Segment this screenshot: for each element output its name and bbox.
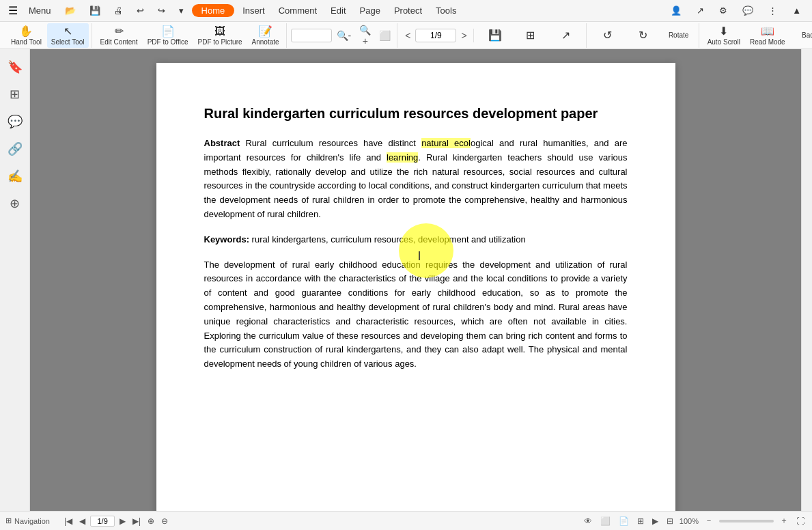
navigation-panel-icon: ⊞ [5, 516, 12, 525]
save-tool-btn[interactable]: 💾 [478, 23, 512, 48]
left-sidebar: 🔖 ⊞ 💬 🔗 ✍ ⊕ [0, 49, 30, 511]
zoom-input[interactable]: 100% [291, 29, 332, 42]
back-btn[interactable]: Bac [791, 23, 812, 48]
export-icon: ↗ [561, 29, 570, 42]
read-mode-btn[interactable]: 📖 Read Mode [746, 23, 789, 48]
keywords-paragraph: Keywords: rural kindergartens, curriculu… [204, 233, 628, 247]
status-bar: ⊞ Navigation |◀ ◀ ▶ ▶| ⊕ ⊖ 👁 ⬜ 📄 ⊞ ▶ ⊟ 1… [0, 511, 812, 530]
tab-protect[interactable]: Protect [389, 4, 428, 17]
pdf-to-picture-btn[interactable]: 🖼 PDF to Picture [194, 23, 247, 48]
tool-group-nav: < > [399, 29, 473, 42]
auto-scroll-btn[interactable]: ⬇ Auto Scroll [703, 23, 744, 48]
sidebar-comment-icon[interactable]: 💬 [3, 109, 27, 134]
navigation-label: Navigation [14, 517, 50, 525]
undo-btn[interactable]: ↩ [131, 4, 150, 17]
zoom-out-status-btn[interactable]: － [703, 514, 715, 527]
status-left: ⊞ Navigation [5, 516, 50, 525]
hand-tool-btn[interactable]: ✋ Hand Tool [7, 23, 46, 48]
zoom-slider[interactable] [719, 520, 774, 522]
save-icon: 💾 [488, 29, 502, 42]
rotate-right-icon: ↻ [639, 29, 647, 42]
save-btn[interactable]: 💾 [84, 4, 106, 17]
first-page-btn[interactable]: |◀ [62, 516, 74, 527]
fit-page-status-btn[interactable]: ⬜ [598, 516, 613, 527]
rotate-left-btn[interactable]: ↺ [591, 23, 625, 48]
next-page-status-btn[interactable]: ▶ [117, 516, 128, 527]
add-page-btn[interactable]: ⊕ [145, 516, 156, 527]
pdf-to-picture-icon: 🖼 [214, 25, 225, 38]
chat-icon[interactable]: 💬 [737, 4, 759, 17]
remove-page-btn[interactable]: ⊖ [159, 516, 170, 527]
right-scrollbar[interactable] [801, 49, 812, 511]
auto-scroll-icon: ⬇ [719, 25, 728, 38]
sidebar-layers-icon[interactable]: ⊕ [3, 191, 27, 216]
toolbar: ✋ Hand Tool ↖ Select Tool ✏ Edit Content… [0, 22, 812, 49]
menu-btn-menu[interactable]: Menu [23, 4, 57, 17]
fullscreen-btn[interactable]: ⛶ [794, 516, 807, 527]
menu-bar: ☰ Menu 📂 💾 🖨 ↩ ↪ ▾ Home Insert Comment E… [0, 0, 812, 22]
redo-btn[interactable]: ↪ [152, 4, 171, 17]
document-area: I Rural kindergarten curriculum resource… [30, 49, 801, 511]
zoom-out-btn[interactable]: 🔍- [333, 29, 355, 42]
doc-icon-btn[interactable]: 📄 [617, 516, 631, 527]
status-right: 👁 ⬜ 📄 ⊞ ▶ ⊟ 100% － ＋ ⛶ [582, 514, 807, 527]
pdf-to-office-icon: 📄 [161, 25, 175, 38]
settings-icon[interactable]: ⚙ [714, 4, 733, 17]
more-icon[interactable]: ⋮ [763, 4, 783, 17]
view-btn[interactable]: ⊞ [514, 23, 548, 48]
open-btn[interactable]: 📂 [59, 4, 81, 17]
page-input[interactable] [415, 29, 456, 42]
columns-icon-btn[interactable]: ⊞ [635, 516, 646, 527]
tab-edit[interactable]: Edit [325, 4, 351, 17]
history-btn[interactable]: ▾ [173, 4, 189, 17]
tab-comment[interactable]: Comment [273, 4, 322, 17]
tab-insert[interactable]: Insert [237, 4, 270, 17]
rotate-right-btn[interactable]: ↻ [626, 23, 660, 48]
prev-page-btn[interactable]: < [402, 29, 414, 42]
zoom-in-status-btn[interactable]: ＋ [778, 514, 790, 527]
pdf-page: I Rural kindergarten curriculum resource… [156, 63, 675, 511]
annotate-icon: 📝 [259, 25, 272, 38]
highlighted-text-2: learning [387, 152, 418, 163]
grid-icon-btn[interactable]: ⊟ [664, 516, 675, 527]
sidebar-attachment-icon[interactable]: 🔗 [3, 137, 27, 161]
export-btn[interactable]: ↗ [549, 23, 583, 48]
print-btn[interactable]: 🖨 [109, 4, 128, 17]
zoom-in-btn[interactable]: 🔍+ [356, 23, 374, 48]
rotate-left-icon: ↺ [603, 29, 612, 42]
keywords-label: Keywords: [204, 234, 249, 245]
sidebar-signature-icon[interactable]: ✍ [3, 164, 27, 189]
hamburger-icon[interactable]: ☰ [5, 3, 20, 18]
prev-page-status-btn[interactable]: ◀ [77, 516, 87, 527]
share-icon[interactable]: ↗ [691, 4, 710, 17]
play-icon-btn[interactable]: ▶ [650, 516, 660, 527]
status-center: |◀ ◀ ▶ ▶| ⊕ ⊖ [62, 516, 170, 527]
menu-bar-right: 👤 ↗ ⚙ 💬 ⋮ ▲ [665, 4, 807, 17]
sidebar-thumbnail-icon[interactable]: ⊞ [3, 82, 27, 107]
next-page-btn[interactable]: > [458, 29, 470, 42]
body-paragraph-1: The development of rural early childhood… [204, 258, 628, 372]
edit-content-btn[interactable]: ✏ Edit Content [96, 23, 142, 48]
last-page-btn[interactable]: ▶| [130, 516, 143, 527]
tab-page[interactable]: Page [354, 4, 386, 17]
rotate-btn[interactable]: Rotate [662, 23, 696, 48]
document-title: Rural kindergarten curriculum resources … [204, 104, 628, 123]
sidebar-bookmark-icon[interactable]: 🔖 [3, 55, 27, 79]
tab-home[interactable]: Home [192, 4, 235, 17]
collapse-icon[interactable]: ▲ [787, 4, 807, 17]
page-status-input[interactable] [90, 516, 115, 527]
highlighted-text-1: natural ecol [421, 138, 471, 148]
annotate-btn[interactable]: 📝 Annotate [248, 23, 283, 48]
edit-content-icon: ✏ [115, 25, 124, 38]
account-icon[interactable]: 👤 [665, 4, 687, 17]
pdf-to-office-btn[interactable]: 📄 PDF to Office [143, 23, 193, 48]
abstract-paragraph: Abstract Rural curriculum resources have… [204, 137, 628, 222]
tool-group-rotate: ↺ ↻ Rotate [588, 23, 699, 48]
read-mode-icon: 📖 [761, 25, 774, 38]
eye-icon-btn[interactable]: 👁 [582, 516, 594, 527]
view-icon: ⊞ [526, 29, 535, 42]
select-tool-btn[interactable]: ↖ Select Tool [47, 23, 89, 48]
hand-icon: ✋ [19, 25, 33, 38]
fit-page-btn[interactable]: ⬜ [376, 29, 394, 42]
tab-tools[interactable]: Tools [430, 4, 462, 17]
